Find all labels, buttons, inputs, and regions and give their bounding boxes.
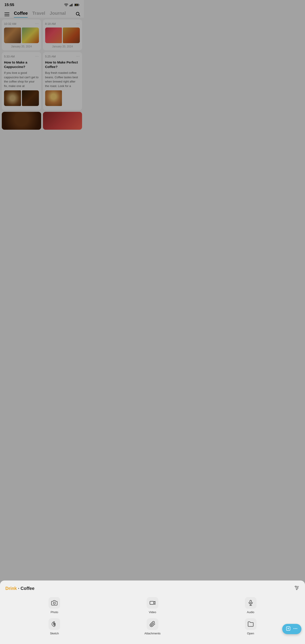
overlay-background[interactable]	[0, 0, 84, 182]
